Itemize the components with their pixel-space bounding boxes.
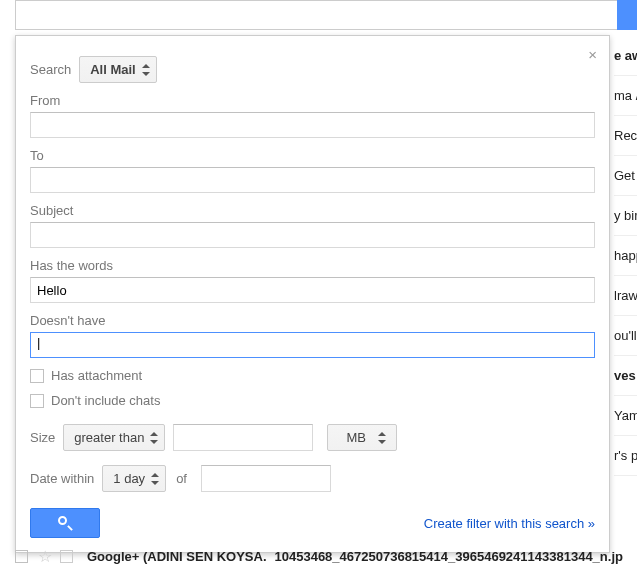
updown-icon (151, 473, 159, 485)
star-icon[interactable]: ☆ (38, 547, 52, 566)
search-scope-label: Search (30, 62, 71, 77)
has-words-label: Has the words (30, 258, 595, 273)
date-within-label: Date within (30, 471, 94, 486)
top-search-button[interactable] (617, 0, 637, 30)
dont-include-chats-label: Don't include chats (51, 393, 160, 408)
search-scope-select[interactable]: All Mail (79, 56, 157, 83)
dont-include-chats-checkbox[interactable] (30, 394, 44, 408)
top-search-bar[interactable] (15, 0, 637, 30)
has-attachment-checkbox[interactable] (30, 369, 44, 383)
doesnt-have-input[interactable]: | (30, 332, 595, 358)
updown-icon (378, 432, 386, 444)
date-within-select[interactable]: 1 day (102, 465, 166, 492)
from-input[interactable] (30, 112, 595, 138)
message-subject: 10453468_467250736815414_396546924114338… (275, 549, 623, 564)
advanced-search-panel: × Search All Mail From To Subject Has th… (15, 35, 610, 553)
search-icon (58, 516, 72, 530)
size-operator-value: greater than (74, 430, 144, 445)
doesnt-have-label: Doesn't have (30, 313, 595, 328)
of-label: of (176, 471, 187, 486)
search-scope-value: All Mail (90, 62, 136, 77)
size-unit-value: MB (346, 430, 366, 445)
updown-icon (150, 432, 158, 444)
size-operator-select[interactable]: greater than (63, 424, 165, 451)
search-button[interactable] (30, 508, 100, 538)
date-input[interactable] (201, 465, 331, 492)
has-attachment-label: Has attachment (51, 368, 142, 383)
subject-label: Subject (30, 203, 595, 218)
date-within-value: 1 day (113, 471, 145, 486)
close-icon[interactable]: × (588, 46, 597, 63)
to-input[interactable] (30, 167, 595, 193)
size-unit-select[interactable]: MB (327, 424, 397, 451)
to-label: To (30, 148, 595, 163)
message-checkbox[interactable] (15, 550, 28, 563)
size-label: Size (30, 430, 55, 445)
message-sender: Google+ (ADINI SEN KOYSA. (87, 549, 267, 564)
importance-icon[interactable] (60, 550, 73, 563)
has-words-input[interactable] (30, 277, 595, 303)
create-filter-link[interactable]: Create filter with this search » (424, 516, 595, 531)
updown-icon (142, 64, 150, 76)
from-label: From (30, 93, 595, 108)
message-row[interactable]: ☆ Google+ (ADINI SEN KOYSA. 10453468_467… (15, 541, 637, 571)
size-value-input[interactable] (173, 424, 313, 451)
subject-input[interactable] (30, 222, 595, 248)
